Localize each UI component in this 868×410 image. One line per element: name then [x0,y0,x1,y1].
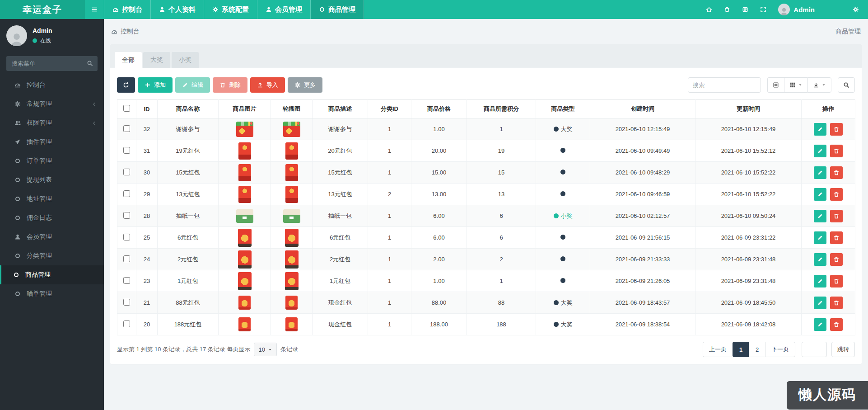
column-header-更新时间[interactable]: 更新时间 [695,100,802,118]
row-delete-button[interactable] [830,166,843,179]
product-image[interactable] [238,142,251,160]
column-header-创建时间[interactable]: 创建时间 [590,100,695,118]
prev-page-button[interactable]: 上一页 [703,342,733,357]
column-header-商品价格[interactable]: 商品价格 [411,100,467,118]
row-edit-button[interactable] [814,318,826,331]
row-edit-button[interactable] [814,275,826,287]
topnav-item-系统配置[interactable]: 系统配置 [204,0,257,19]
edit-button[interactable]: 编辑 [175,77,210,93]
sidebar-item-佣金日志[interactable]: 佣金日志 [0,208,104,227]
carousel-image[interactable] [285,272,299,290]
carousel-image[interactable] [285,186,298,203]
carousel-image[interactable] [285,296,298,310]
topnav-item-商品管理[interactable]: 商品管理 [311,0,364,19]
tab-全部[interactable]: 全部 [115,52,142,68]
product-image[interactable] [238,186,251,203]
row-checkbox[interactable] [123,169,130,175]
export-button[interactable] [807,77,831,93]
column-header-轮播图[interactable]: 轮播图 [271,100,313,118]
sidebar-item-地址管理[interactable]: 地址管理 [0,189,104,208]
next-page-button[interactable]: 下一页 [765,342,795,357]
sidebar-item-分类管理[interactable]: 分类管理 [0,246,104,265]
column-header-商品名称[interactable]: 商品名称 [158,100,219,118]
advanced-search-button[interactable] [838,77,855,93]
product-image[interactable] [236,122,253,137]
product-image[interactable] [238,229,252,247]
breadcrumb-left[interactable]: 控制台 [121,28,140,36]
row-delete-button[interactable] [830,297,843,309]
sidebar-item-提现列表[interactable]: 提现列表 [0,170,104,189]
row-edit-button[interactable] [814,253,826,266]
row-delete-button[interactable] [830,253,843,266]
row-edit-button[interactable] [814,188,826,201]
row-delete-button[interactable] [830,188,843,201]
sidebar-item-插件管理[interactable]: 插件管理 [0,132,104,151]
expand-icon[interactable] [760,6,766,13]
topnav-item-会员管理[interactable]: 会员管理 [257,0,311,19]
row-delete-button[interactable] [830,123,843,136]
carousel-image[interactable] [285,317,298,331]
sidebar-toggle-button[interactable] [85,0,104,19]
sidebar-item-常规管理[interactable]: 常规管理 [0,94,104,113]
sidebar-item-订单管理[interactable]: 订单管理 [0,151,104,170]
carousel-image[interactable] [285,250,299,269]
row-checkbox[interactable] [123,125,130,132]
add-button[interactable]: 添加 [138,77,173,93]
columns-button[interactable] [784,77,807,93]
row-delete-button[interactable] [830,145,843,157]
language-icon[interactable] [742,6,748,13]
row-checkbox[interactable] [123,234,130,240]
column-header-商品图片[interactable]: 商品图片 [219,100,271,118]
refresh-button[interactable] [117,77,135,93]
product-image[interactable] [238,317,251,331]
row-checkbox[interactable] [123,299,130,306]
carousel-image[interactable] [283,122,300,137]
column-header-ID[interactable]: ID [136,100,158,118]
row-delete-button[interactable] [830,231,843,244]
row-checkbox[interactable] [123,255,130,262]
row-delete-button[interactable] [830,318,843,331]
row-edit-button[interactable] [814,210,826,222]
column-header-分类ID[interactable]: 分类ID [368,100,411,118]
row-checkbox[interactable] [123,212,130,219]
page-number-2[interactable]: 2 [749,342,765,357]
trash-icon[interactable] [724,6,730,13]
menu-search-input[interactable] [6,56,98,71]
row-checkbox[interactable] [123,190,130,197]
settings-gear-icon[interactable] [853,6,859,13]
row-edit-button[interactable] [814,297,826,309]
sidebar-item-控制台[interactable]: 控制台 [0,75,104,94]
select-all-checkbox[interactable] [123,105,130,112]
row-checkbox[interactable] [123,320,130,327]
row-edit-button[interactable] [814,231,826,244]
detail-view-button[interactable] [767,77,784,93]
page-size-select[interactable]: 10 [254,343,276,356]
admin-dropdown[interactable]: Admin [778,4,815,15]
topnav-item-个人资料[interactable]: 个人资料 [151,0,204,19]
jump-page-input[interactable] [802,342,827,357]
more-button[interactable]: 更多 [288,77,322,93]
row-checkbox[interactable] [123,147,130,154]
carousel-image[interactable] [285,229,299,247]
carousel-image[interactable] [285,164,298,181]
topnav-item-控制台[interactable]: 控制台 [104,0,151,19]
row-delete-button[interactable] [830,275,843,287]
column-header-商品描述[interactable]: 商品描述 [313,100,368,118]
import-button[interactable]: 导入 [250,77,285,93]
sidebar-item-晒单管理[interactable]: 晒单管理 [0,284,104,303]
product-image[interactable] [238,296,251,310]
row-edit-button[interactable] [814,123,826,136]
product-image[interactable] [236,209,253,223]
row-checkbox[interactable] [123,277,130,284]
product-image[interactable] [238,272,252,290]
row-delete-button[interactable] [830,210,843,222]
row-edit-button[interactable] [814,145,826,157]
page-number-1[interactable]: 1 [733,342,749,357]
product-image[interactable] [238,250,252,269]
column-header-商品类型[interactable]: 商品类型 [536,100,590,118]
column-header-操作[interactable]: 操作 [802,100,855,118]
delete-button[interactable]: 删除 [213,77,247,93]
carousel-image[interactable] [285,142,298,160]
jump-button[interactable]: 跳转 [831,342,855,357]
sidebar-item-商品管理[interactable]: 商品管理 [0,265,104,284]
